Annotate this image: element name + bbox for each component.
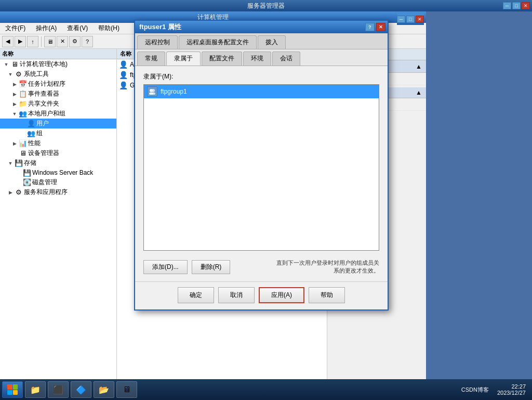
toolbar-show-hide[interactable]: 🖥 <box>44 36 56 47</box>
tree-item-storage[interactable]: ▼ 💾 存储 <box>0 158 116 168</box>
tree-item-groups[interactable]: 👥 组 <box>0 128 116 138</box>
start-button[interactable] <box>2 381 23 398</box>
tree-item-taskscheduler[interactable]: ▶ 📅 任务计划程序 <box>0 79 116 89</box>
modal-content: 隶属于(M): ftpgroup1 添加(D)... 删除(R) <box>135 66 388 281</box>
network-icon: 🖥 <box>121 384 132 395</box>
users-icon: 👤 <box>27 120 35 128</box>
taskbar: 📁 ⬛ 🔷 📂 🖥 CSDN博客 22:27 2023/12/27 <box>0 379 532 400</box>
hint-text: 直到下一次用户登录时对用户的组成员关系的更改才生效。 <box>276 259 379 275</box>
windows-logo-icon <box>7 384 18 395</box>
toolbar-delete[interactable]: ✕ <box>57 36 68 47</box>
tree-item-sharedfolder[interactable]: ▶ 📁 共享文件夹 <box>0 99 116 109</box>
taskscheduler-icon: 📅 <box>19 80 27 88</box>
tree-label-computer: 计算机管理(本地) <box>20 60 68 69</box>
member-listbox[interactable]: ftpgroup1 <box>143 84 379 251</box>
tab-dialin[interactable]: 拨入 <box>258 35 286 49</box>
tab-member-of[interactable]: 隶属于 <box>166 51 201 66</box>
tree-item-computer[interactable]: ▼ 🖥 计算机管理(本地) <box>0 59 116 69</box>
tree-label-eventviewer: 事件查看器 <box>28 89 59 98</box>
tree-item-services[interactable]: ▶ ⚙ 服务和应用程序 <box>0 187 116 197</box>
toolbar-properties[interactable]: ⚙ <box>69 36 81 47</box>
toolbar-back[interactable]: ◀ <box>2 36 14 47</box>
apply-button[interactable]: 应用(A) <box>259 287 304 303</box>
powershell-icon: 🔷 <box>75 384 87 395</box>
tree-item-devmgr[interactable]: 🖥 设备管理器 <box>0 148 116 158</box>
cm-close-button[interactable]: ✕ <box>416 16 424 23</box>
tab-profile[interactable]: 配置文件 <box>202 51 242 66</box>
expander-services[interactable]: ▶ <box>6 188 15 197</box>
tab-environment[interactable]: 环境 <box>243 51 271 66</box>
taskbar-network[interactable]: 🖥 <box>116 381 137 398</box>
menu-help[interactable]: 帮助(H) <box>95 23 123 34</box>
devmgr-icon: 🖥 <box>19 149 27 158</box>
tab-session[interactable]: 会话 <box>272 51 300 66</box>
diskmgmt-icon: 💽 <box>23 178 31 187</box>
expander-localusers[interactable]: ▼ <box>10 110 19 118</box>
tree-header: 名称 <box>0 49 116 59</box>
ok-button[interactable]: 确定 <box>178 287 214 303</box>
tree-item-eventviewer[interactable]: ▶ 📋 事件查看器 <box>0 89 116 99</box>
groups-icon: 👥 <box>27 130 35 138</box>
toolbar-help[interactable]: ? <box>82 36 93 47</box>
cm-maximize-button[interactable]: □ <box>406 16 415 23</box>
tab-general[interactable]: 常规 <box>137 51 165 66</box>
tree-label-localusers: 本地用户和组 <box>28 109 65 118</box>
member-item-ftpgroup1[interactable]: ftpgroup1 <box>144 85 379 98</box>
tab-bar-row1: 远程控制 远程桌面服务配置文件 拨入 <box>135 33 388 49</box>
expander-sharedfolder[interactable]: ▶ <box>10 100 19 108</box>
close-outer-button[interactable]: ✕ <box>522 2 530 9</box>
performance-icon: 📊 <box>19 139 27 148</box>
tree-label-storage: 存储 <box>24 159 36 167</box>
expander-storage[interactable]: ▼ <box>6 159 15 167</box>
add-group-button[interactable]: 添加(D)... <box>143 260 188 274</box>
actions-user-arrow: ▲ <box>416 63 422 70</box>
svg-point-1 <box>152 89 155 92</box>
tab-bar-row2: 常规 隶属于 配置文件 环境 会话 <box>135 49 388 66</box>
expander-computer[interactable]: ▼ <box>2 60 10 69</box>
eventviewer-icon: 📋 <box>19 90 27 98</box>
expander-performance[interactable]: ▶ <box>10 139 19 148</box>
tree-item-diskmgmt[interactable]: 💽 磁盘管理 <box>0 177 116 187</box>
remove-group-button[interactable]: 删除(R) <box>192 260 231 274</box>
tree-label-devmgr: 设备管理器 <box>28 149 59 158</box>
toolbar-forward[interactable]: ▶ <box>15 36 26 47</box>
help-button[interactable]: 帮助 <box>309 287 345 303</box>
systemtools-icon: ⚙ <box>15 70 23 79</box>
tab-remote-control[interactable]: 远程控制 <box>137 35 178 49</box>
tree-label-diskmgmt: 磁盘管理 <box>32 178 57 187</box>
taskbar-explorer[interactable]: 📁 <box>25 381 46 398</box>
minimize-outer-button[interactable]: ─ <box>503 2 511 9</box>
taskbar-fileexplorer2[interactable]: 📂 <box>94 381 114 398</box>
tree-item-wsb[interactable]: 💾 Windows Server Back <box>0 168 116 177</box>
tree-label-groups: 组 <box>36 129 43 138</box>
menu-file[interactable]: 文件(F) <box>2 23 29 34</box>
taskbar-powershell[interactable]: 🔷 <box>71 381 91 398</box>
taskbar-cmd[interactable]: ⬛ <box>48 381 69 398</box>
expander-taskscheduler[interactable]: ▶ <box>10 80 19 88</box>
member-of-label: 隶属于(M): <box>143 72 379 81</box>
tree-label-services: 服务和应用程序 <box>24 188 68 197</box>
expander-eventviewer[interactable]: ▶ <box>10 90 19 98</box>
fileexplorer2-icon: 📂 <box>98 384 110 395</box>
expander-devmgr <box>10 149 19 158</box>
tree-item-performance[interactable]: ▶ 📊 性能 <box>0 138 116 148</box>
expander-systemtools[interactable]: ▼ <box>6 70 15 79</box>
modal-close-button[interactable]: ✕ <box>376 23 385 31</box>
expander-wsb <box>15 169 23 177</box>
menu-action[interactable]: 操作(A) <box>33 23 60 34</box>
clock-date: 2023/12/27 <box>497 390 526 396</box>
maximize-outer-button[interactable]: □ <box>512 2 521 9</box>
tree-item-systemtools[interactable]: ▼ ⚙ 系统工具 <box>0 69 116 79</box>
tree-label-taskscheduler: 任务计划程序 <box>28 80 65 88</box>
tree-item-localusers[interactable]: ▼ 👥 本地用户和组 <box>0 109 116 119</box>
toolbar-up[interactable]: ↑ <box>27 36 38 47</box>
tree-item-users[interactable]: 👤 用户 <box>0 119 116 128</box>
explorer-icon: 📁 <box>30 384 41 395</box>
menu-view[interactable]: 查看(V) <box>64 23 91 34</box>
actions-ftp-arrow: ▲ <box>416 89 422 96</box>
tab-remote-desktop[interactable]: 远程桌面服务配置文件 <box>179 35 257 49</box>
cm-minimize-button[interactable]: ─ <box>397 16 405 23</box>
expander-diskmgmt <box>15 178 23 187</box>
cancel-button[interactable]: 取消 <box>218 287 255 303</box>
modal-help-icon-button[interactable]: ? <box>365 23 375 31</box>
